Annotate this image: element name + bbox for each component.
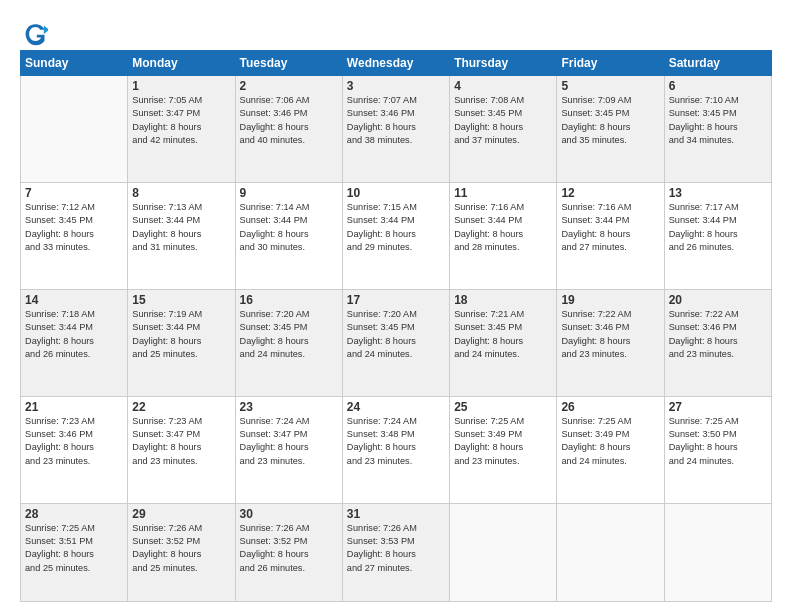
cell-text: Sunrise: 7:14 AMSunset: 3:44 PMDaylight:… [240,201,338,254]
cell-text: Sunrise: 7:25 AMSunset: 3:51 PMDaylight:… [25,522,123,575]
weekday-header-saturday: Saturday [664,51,771,76]
calendar-cell: 3Sunrise: 7:07 AMSunset: 3:46 PMDaylight… [342,76,449,183]
calendar-cell: 28Sunrise: 7:25 AMSunset: 3:51 PMDayligh… [21,503,128,601]
cell-text: Sunrise: 7:08 AMSunset: 3:45 PMDaylight:… [454,94,552,147]
day-number: 17 [347,293,445,307]
day-number: 8 [132,186,230,200]
cell-text: Sunrise: 7:12 AMSunset: 3:45 PMDaylight:… [25,201,123,254]
cell-text: Sunrise: 7:20 AMSunset: 3:45 PMDaylight:… [240,308,338,361]
calendar-cell: 29Sunrise: 7:26 AMSunset: 3:52 PMDayligh… [128,503,235,601]
day-number: 24 [347,400,445,414]
cell-text: Sunrise: 7:26 AMSunset: 3:52 PMDaylight:… [240,522,338,575]
calendar-week-2: 7Sunrise: 7:12 AMSunset: 3:45 PMDaylight… [21,182,772,289]
day-number: 14 [25,293,123,307]
logo-icon [20,20,48,48]
weekday-header-sunday: Sunday [21,51,128,76]
day-number: 16 [240,293,338,307]
cell-text: Sunrise: 7:20 AMSunset: 3:45 PMDaylight:… [347,308,445,361]
calendar-cell: 8Sunrise: 7:13 AMSunset: 3:44 PMDaylight… [128,182,235,289]
calendar-cell [664,503,771,601]
cell-text: Sunrise: 7:23 AMSunset: 3:47 PMDaylight:… [132,415,230,468]
calendar-cell: 10Sunrise: 7:15 AMSunset: 3:44 PMDayligh… [342,182,449,289]
calendar-cell: 7Sunrise: 7:12 AMSunset: 3:45 PMDaylight… [21,182,128,289]
day-number: 13 [669,186,767,200]
calendar-cell: 26Sunrise: 7:25 AMSunset: 3:49 PMDayligh… [557,396,664,503]
day-number: 12 [561,186,659,200]
cell-text: Sunrise: 7:24 AMSunset: 3:48 PMDaylight:… [347,415,445,468]
cell-text: Sunrise: 7:16 AMSunset: 3:44 PMDaylight:… [561,201,659,254]
calendar-cell: 1Sunrise: 7:05 AMSunset: 3:47 PMDaylight… [128,76,235,183]
logo [20,20,52,48]
calendar-cell: 23Sunrise: 7:24 AMSunset: 3:47 PMDayligh… [235,396,342,503]
cell-text: Sunrise: 7:19 AMSunset: 3:44 PMDaylight:… [132,308,230,361]
day-number: 31 [347,507,445,521]
cell-text: Sunrise: 7:25 AMSunset: 3:49 PMDaylight:… [454,415,552,468]
day-number: 3 [347,79,445,93]
calendar-cell: 25Sunrise: 7:25 AMSunset: 3:49 PMDayligh… [450,396,557,503]
cell-text: Sunrise: 7:21 AMSunset: 3:45 PMDaylight:… [454,308,552,361]
calendar-cell: 22Sunrise: 7:23 AMSunset: 3:47 PMDayligh… [128,396,235,503]
calendar-cell: 13Sunrise: 7:17 AMSunset: 3:44 PMDayligh… [664,182,771,289]
cell-text: Sunrise: 7:15 AMSunset: 3:44 PMDaylight:… [347,201,445,254]
cell-text: Sunrise: 7:24 AMSunset: 3:47 PMDaylight:… [240,415,338,468]
calendar-cell: 18Sunrise: 7:21 AMSunset: 3:45 PMDayligh… [450,289,557,396]
cell-text: Sunrise: 7:16 AMSunset: 3:44 PMDaylight:… [454,201,552,254]
cell-text: Sunrise: 7:07 AMSunset: 3:46 PMDaylight:… [347,94,445,147]
calendar-cell: 6Sunrise: 7:10 AMSunset: 3:45 PMDaylight… [664,76,771,183]
cell-text: Sunrise: 7:22 AMSunset: 3:46 PMDaylight:… [561,308,659,361]
day-number: 9 [240,186,338,200]
cell-text: Sunrise: 7:25 AMSunset: 3:49 PMDaylight:… [561,415,659,468]
day-number: 1 [132,79,230,93]
cell-text: Sunrise: 7:26 AMSunset: 3:52 PMDaylight:… [132,522,230,575]
calendar-cell: 9Sunrise: 7:14 AMSunset: 3:44 PMDaylight… [235,182,342,289]
day-number: 7 [25,186,123,200]
cell-text: Sunrise: 7:17 AMSunset: 3:44 PMDaylight:… [669,201,767,254]
calendar-cell: 15Sunrise: 7:19 AMSunset: 3:44 PMDayligh… [128,289,235,396]
calendar-cell: 21Sunrise: 7:23 AMSunset: 3:46 PMDayligh… [21,396,128,503]
day-number: 29 [132,507,230,521]
cell-text: Sunrise: 7:13 AMSunset: 3:44 PMDaylight:… [132,201,230,254]
day-number: 20 [669,293,767,307]
calendar-table: SundayMondayTuesdayWednesdayThursdayFrid… [20,50,772,602]
cell-text: Sunrise: 7:26 AMSunset: 3:53 PMDaylight:… [347,522,445,575]
weekday-header-monday: Monday [128,51,235,76]
day-number: 28 [25,507,123,521]
day-number: 30 [240,507,338,521]
day-number: 11 [454,186,552,200]
day-number: 19 [561,293,659,307]
calendar-cell: 31Sunrise: 7:26 AMSunset: 3:53 PMDayligh… [342,503,449,601]
calendar-cell: 27Sunrise: 7:25 AMSunset: 3:50 PMDayligh… [664,396,771,503]
cell-text: Sunrise: 7:09 AMSunset: 3:45 PMDaylight:… [561,94,659,147]
calendar-week-5: 28Sunrise: 7:25 AMSunset: 3:51 PMDayligh… [21,503,772,601]
day-number: 22 [132,400,230,414]
day-number: 18 [454,293,552,307]
calendar-cell: 17Sunrise: 7:20 AMSunset: 3:45 PMDayligh… [342,289,449,396]
calendar-week-3: 14Sunrise: 7:18 AMSunset: 3:44 PMDayligh… [21,289,772,396]
calendar-cell: 20Sunrise: 7:22 AMSunset: 3:46 PMDayligh… [664,289,771,396]
page: SundayMondayTuesdayWednesdayThursdayFrid… [0,0,792,612]
day-number: 27 [669,400,767,414]
cell-text: Sunrise: 7:23 AMSunset: 3:46 PMDaylight:… [25,415,123,468]
cell-text: Sunrise: 7:22 AMSunset: 3:46 PMDaylight:… [669,308,767,361]
day-number: 26 [561,400,659,414]
calendar-cell: 16Sunrise: 7:20 AMSunset: 3:45 PMDayligh… [235,289,342,396]
weekday-header-tuesday: Tuesday [235,51,342,76]
day-number: 6 [669,79,767,93]
calendar-cell [450,503,557,601]
calendar-cell: 30Sunrise: 7:26 AMSunset: 3:52 PMDayligh… [235,503,342,601]
calendar-week-1: 1Sunrise: 7:05 AMSunset: 3:47 PMDaylight… [21,76,772,183]
cell-text: Sunrise: 7:10 AMSunset: 3:45 PMDaylight:… [669,94,767,147]
weekday-header-thursday: Thursday [450,51,557,76]
cell-text: Sunrise: 7:18 AMSunset: 3:44 PMDaylight:… [25,308,123,361]
weekday-header-wednesday: Wednesday [342,51,449,76]
day-number: 21 [25,400,123,414]
calendar-cell [21,76,128,183]
weekday-header-row: SundayMondayTuesdayWednesdayThursdayFrid… [21,51,772,76]
calendar-cell: 2Sunrise: 7:06 AMSunset: 3:46 PMDaylight… [235,76,342,183]
cell-text: Sunrise: 7:06 AMSunset: 3:46 PMDaylight:… [240,94,338,147]
cell-text: Sunrise: 7:25 AMSunset: 3:50 PMDaylight:… [669,415,767,468]
calendar-cell: 5Sunrise: 7:09 AMSunset: 3:45 PMDaylight… [557,76,664,183]
calendar-cell [557,503,664,601]
day-number: 25 [454,400,552,414]
header [20,16,772,48]
